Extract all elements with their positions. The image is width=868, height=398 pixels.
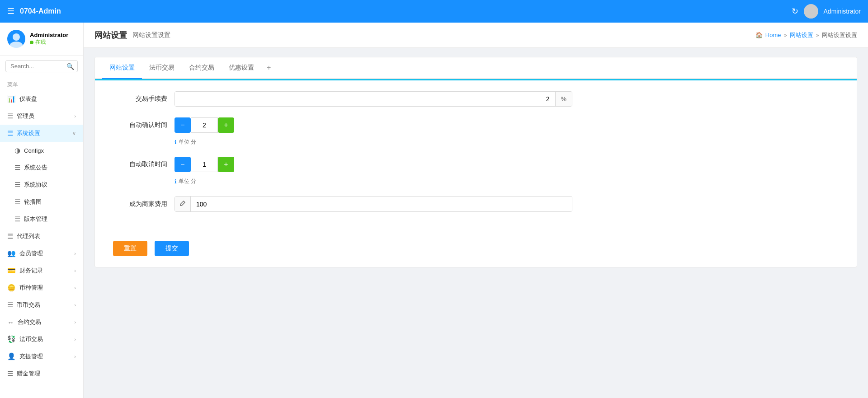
sidebar-item-system-settings[interactable]: ☰ 系统设置 ∨	[0, 125, 83, 142]
tab-discount-settings[interactable]: 优惠设置	[222, 57, 261, 79]
form-row-auto-confirm: 自动确认时间 − + ℹ 单位 分	[113, 117, 839, 146]
sidebar-item-label: Configx	[24, 147, 44, 154]
agent-icon: ☰	[7, 232, 13, 240]
auto-confirm-input[interactable]	[191, 117, 218, 133]
svg-point-2	[13, 33, 20, 41]
version-icon: ☰	[14, 215, 20, 223]
admin-icon: ☰	[7, 112, 13, 120]
sidebar-item-carousel[interactable]: ☰ 轮播图	[0, 193, 83, 211]
sidebar-item-coin-trade[interactable]: ☰ 币币交易 ›	[0, 296, 83, 314]
sidebar-item-label: 版本管理	[24, 215, 47, 223]
sidebar-item-configx[interactable]: ◑ Configx	[0, 142, 83, 159]
content-area: 网站设置 法币交易 合约交易 优惠设置 + 交易手续费	[84, 48, 868, 398]
chevron-right-icon: ›	[74, 354, 76, 359]
trade-fee-input[interactable]	[175, 92, 555, 106]
auto-confirm-stepper: − +	[175, 117, 234, 133]
sidebar-item-label: 代理列表	[17, 232, 40, 240]
trade-fee-label: 交易手续费	[113, 95, 167, 103]
form-row-auto-cancel: 自动取消时间 − + ℹ 单位 分	[113, 157, 839, 185]
auto-confirm-minus-button[interactable]: −	[175, 117, 191, 133]
refresh-icon[interactable]: ↻	[792, 6, 798, 16]
agreement-icon: ☰	[14, 181, 20, 189]
form-actions: 重置 提交	[95, 234, 857, 267]
sidebar-item-award[interactable]: ☰ 赠金管理	[0, 365, 83, 382]
layout: Administrator 在线 🔍 菜单 📊 仪表盘 ☰	[0, 23, 868, 398]
merchant-fee-label: 成为商家费用	[113, 200, 167, 208]
sidebar-item-label: 充提管理	[19, 352, 43, 361]
merchant-fee-input[interactable]	[191, 197, 572, 211]
breadcrumb-home-icon: 🏠	[755, 32, 763, 38]
chevron-right-icon: ›	[74, 113, 76, 119]
sidebar-item-dashboard[interactable]: 📊 仪表盘	[0, 90, 83, 108]
settings-card: 网站设置 法币交易 合约交易 优惠设置 + 交易手续费	[94, 57, 857, 267]
sidebar: Administrator 在线 🔍 菜单 📊 仪表盘 ☰	[0, 23, 84, 398]
tab-fiat-trade[interactable]: 法币交易	[142, 57, 182, 79]
main-content: 网站设置 网站设置设置 🏠 Home » 网站设置 » 网站设置设置 网站设置 …	[84, 23, 868, 398]
auto-confirm-hint: ℹ 单位 分	[175, 138, 196, 146]
award-icon: ☰	[7, 370, 13, 378]
reset-button[interactable]: 重置	[113, 241, 147, 256]
auto-cancel-input[interactable]	[191, 157, 218, 172]
menu-toggle-icon[interactable]: ☰	[7, 6, 14, 16]
sidebar-item-recharge[interactable]: 👤 充提管理 ›	[0, 348, 83, 365]
sidebar-item-notice[interactable]: ☰ 系统公告	[0, 159, 83, 176]
breadcrumb-settings-link[interactable]: 网站设置	[790, 31, 813, 39]
contract-icon: ↔	[7, 318, 14, 326]
sidebar-item-agreement[interactable]: ☰ 系统协议	[0, 176, 83, 193]
page-header: 网站设置 网站设置设置 🏠 Home » 网站设置 » 网站设置设置	[84, 23, 868, 48]
tab-site-settings[interactable]: 网站设置	[102, 57, 142, 79]
edit-icon[interactable]	[175, 197, 191, 211]
sidebar-item-admin[interactable]: ☰ 管理员 ›	[0, 108, 83, 125]
chevron-right-icon: ›	[74, 337, 76, 342]
sidebar-item-finance-record[interactable]: 💳 财务记录 ›	[0, 262, 83, 279]
form-body: 交易手续费 % 自动确认时间 −	[95, 80, 857, 234]
breadcrumb-home-link[interactable]: Home	[765, 32, 781, 38]
sidebar-section-label: 菜单	[0, 77, 83, 90]
tab-add-button[interactable]: +	[261, 57, 276, 78]
avatar	[804, 4, 818, 19]
svg-point-1	[807, 13, 816, 19]
sidebar-item-label: 财务记录	[19, 267, 43, 275]
sidebar-item-label: 会员管理	[19, 249, 43, 258]
sidebar-item-coin-manage[interactable]: 🪙 币种管理 ›	[0, 279, 83, 296]
trade-fee-suffix: %	[555, 92, 572, 106]
breadcrumb-sep-1: »	[784, 32, 787, 38]
fiat-icon: 💱	[7, 335, 16, 343]
auto-cancel-minus-button[interactable]: −	[175, 157, 191, 172]
sidebar-user-info: Administrator 在线	[30, 32, 68, 46]
submit-button[interactable]: 提交	[155, 241, 189, 256]
sidebar-status-text: 在线	[35, 38, 46, 46]
sidebar-item-label: 管理员	[17, 112, 34, 120]
top-nav-username: Administrator	[824, 8, 861, 15]
auto-confirm-hint-text: 单位 分	[179, 138, 196, 146]
breadcrumb-sep-2: »	[816, 32, 819, 38]
hint-icon: ℹ	[175, 139, 177, 145]
sidebar-search-section: 🔍	[0, 56, 83, 77]
merchant-fee-control	[175, 196, 839, 212]
auto-cancel-hint: ℹ 单位 分	[175, 178, 196, 185]
top-nav: ☰ 0704-Admin ↻ Administrator	[0, 0, 868, 23]
auto-confirm-plus-button[interactable]: +	[218, 117, 234, 133]
sidebar-item-agent-list[interactable]: ☰ 代理列表	[0, 228, 83, 245]
hint-icon-2: ℹ	[175, 178, 177, 185]
chevron-right-icon: ›	[74, 302, 76, 308]
chevron-right-icon: ›	[74, 268, 76, 273]
auto-cancel-plus-button[interactable]: +	[218, 157, 234, 172]
tabs-bar: 网站设置 法币交易 合约交易 优惠设置 +	[95, 57, 857, 79]
auto-cancel-label: 自动取消时间	[113, 160, 167, 169]
sidebar-item-member-manage[interactable]: 👥 会员管理 ›	[0, 245, 83, 262]
system-settings-icon: ☰	[7, 129, 13, 137]
breadcrumb: 🏠 Home » 网站设置 » 网站设置设置	[755, 31, 857, 39]
form-row-trade-fee: 交易手续费 %	[113, 91, 839, 107]
tab-contract-trade[interactable]: 合约交易	[182, 57, 222, 79]
sidebar-status: 在线	[30, 38, 68, 46]
chevron-down-icon: ∨	[72, 131, 76, 136]
member-icon: 👥	[7, 249, 16, 258]
trade-fee-input-wrapper: %	[175, 91, 572, 107]
configx-icon: ◑	[14, 146, 20, 155]
sidebar-item-version[interactable]: ☰ 版本管理	[0, 211, 83, 228]
sidebar-item-fiat-trade[interactable]: 💱 法币交易 ›	[0, 331, 83, 348]
sidebar-item-contract-trade[interactable]: ↔ 合约交易 ›	[0, 314, 83, 331]
svg-point-3	[10, 42, 23, 48]
sidebar-item-label: 币币交易	[17, 301, 40, 309]
